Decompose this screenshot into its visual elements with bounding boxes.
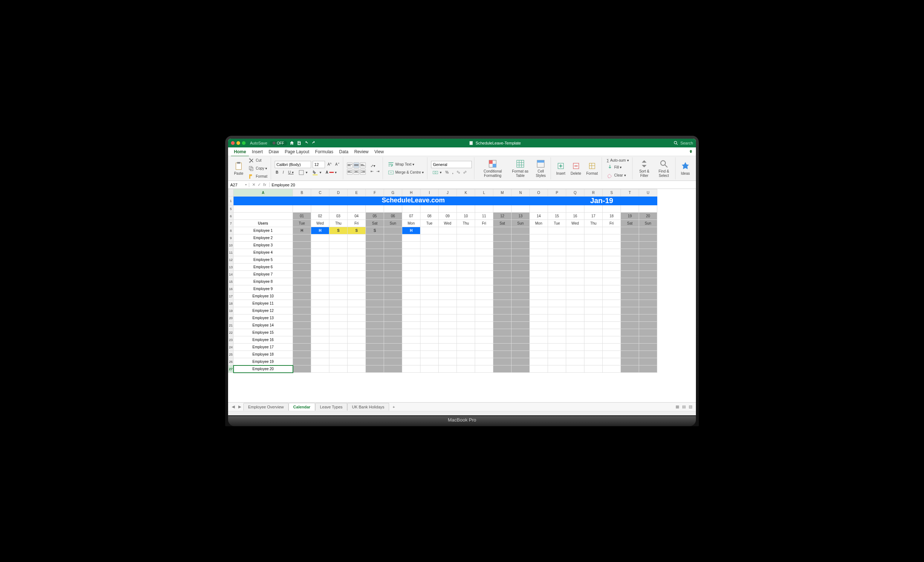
row-header[interactable]: 10 — [228, 242, 234, 249]
leave-cell[interactable] — [348, 358, 366, 365]
ideas-button[interactable]: Ideas — [679, 160, 692, 176]
leave-cell[interactable] — [384, 235, 402, 242]
leave-cell[interactable] — [329, 336, 348, 344]
autosum-button[interactable]: ∑ Auto-sum ▾ — [606, 158, 630, 163]
leave-cell[interactable] — [584, 263, 603, 271]
leave-cell[interactable] — [584, 256, 603, 263]
leave-cell[interactable] — [621, 336, 639, 344]
leave-cell[interactable] — [475, 322, 494, 329]
leave-cell[interactable] — [420, 329, 439, 336]
leave-cell[interactable] — [548, 285, 566, 293]
date-cell[interactable]: 20 — [639, 212, 657, 220]
leave-cell[interactable] — [530, 263, 548, 271]
leave-cell[interactable] — [439, 300, 457, 307]
leave-cell[interactable] — [420, 293, 439, 300]
leave-cell[interactable] — [293, 278, 311, 285]
leave-cell[interactable] — [384, 322, 402, 329]
leave-cell[interactable] — [293, 329, 311, 336]
leave-cell[interactable] — [293, 358, 311, 365]
leave-cell[interactable] — [420, 263, 439, 271]
leave-cell[interactable] — [494, 293, 512, 300]
leave-cell[interactable] — [366, 314, 384, 322]
leave-cell[interactable] — [548, 300, 566, 307]
leave-cell[interactable] — [584, 249, 603, 256]
row-header[interactable]: 6 — [228, 212, 234, 220]
date-cell[interactable]: 14 — [530, 212, 548, 220]
leave-cell[interactable] — [439, 293, 457, 300]
leave-cell[interactable] — [329, 263, 348, 271]
leave-cell[interactable] — [311, 336, 329, 344]
sort-filter-button[interactable]: Sort & Filter — [636, 158, 652, 179]
paste-button[interactable]: Paste — [232, 160, 245, 176]
date-cell[interactable]: 04 — [348, 212, 366, 220]
leave-cell[interactable] — [512, 249, 530, 256]
leave-cell[interactable] — [457, 293, 475, 300]
leave-cell[interactable] — [384, 307, 402, 314]
leave-cell[interactable] — [439, 365, 457, 373]
leave-cell[interactable] — [439, 242, 457, 249]
leave-cell[interactable] — [512, 307, 530, 314]
leave-cell[interactable] — [548, 293, 566, 300]
window-minimize-icon[interactable] — [237, 141, 240, 145]
leave-cell[interactable] — [293, 365, 311, 373]
leave-cell[interactable] — [639, 322, 657, 329]
leave-cell[interactable] — [348, 365, 366, 373]
leave-cell[interactable] — [530, 314, 548, 322]
autosave-toggle[interactable]: OFF — [270, 141, 287, 146]
normal-view-icon[interactable]: ▦ — [675, 404, 679, 409]
leave-cell[interactable] — [420, 322, 439, 329]
leave-cell[interactable] — [420, 314, 439, 322]
employee-name-cell[interactable]: Employee 3 — [234, 242, 293, 249]
leave-cell[interactable] — [293, 256, 311, 263]
leave-cell[interactable] — [311, 307, 329, 314]
leave-cell[interactable] — [366, 249, 384, 256]
leave-cell[interactable] — [512, 314, 530, 322]
leave-cell[interactable] — [548, 358, 566, 365]
employee-name-cell[interactable]: Employee 15 — [234, 329, 293, 336]
row-header[interactable]: 5 — [228, 205, 234, 212]
leave-cell[interactable] — [475, 235, 494, 242]
leave-cell[interactable]: H — [293, 227, 311, 235]
column-header[interactable]: S — [603, 189, 621, 197]
leave-cell[interactable] — [621, 256, 639, 263]
leave-cell[interactable] — [293, 293, 311, 300]
leave-cell[interactable] — [548, 256, 566, 263]
leave-cell[interactable] — [366, 365, 384, 373]
leave-cell[interactable] — [311, 256, 329, 263]
leave-cell[interactable] — [311, 300, 329, 307]
leave-cell[interactable] — [512, 329, 530, 336]
leave-cell[interactable] — [311, 351, 329, 358]
leave-cell[interactable] — [512, 322, 530, 329]
employee-name-cell[interactable]: Employee 13 — [234, 314, 293, 322]
leave-cell[interactable] — [530, 344, 548, 351]
leave-cell[interactable] — [603, 322, 621, 329]
leave-cell[interactable] — [329, 249, 348, 256]
search-label[interactable]: Search — [680, 141, 693, 145]
leave-cell[interactable] — [311, 344, 329, 351]
column-header[interactable]: K — [457, 189, 475, 197]
leave-cell[interactable] — [603, 358, 621, 365]
leave-cell[interactable] — [311, 322, 329, 329]
leave-cell[interactable] — [548, 351, 566, 358]
leave-cell[interactable] — [494, 227, 512, 235]
leave-cell[interactable] — [311, 293, 329, 300]
leave-cell[interactable] — [329, 314, 348, 322]
leave-cell[interactable] — [366, 293, 384, 300]
column-header[interactable]: D — [329, 189, 348, 197]
leave-cell[interactable] — [494, 235, 512, 242]
leave-cell[interactable] — [548, 307, 566, 314]
leave-cell[interactable] — [584, 358, 603, 365]
leave-cell[interactable] — [348, 336, 366, 344]
leave-cell[interactable]: S — [348, 227, 366, 235]
leave-cell[interactable] — [402, 307, 420, 314]
leave-cell[interactable] — [566, 263, 584, 271]
employee-name-cell[interactable]: Employee 9 — [234, 285, 293, 293]
leave-cell[interactable] — [566, 307, 584, 314]
date-cell[interactable]: 01 — [293, 212, 311, 220]
leave-cell[interactable] — [293, 249, 311, 256]
leave-cell[interactable] — [348, 329, 366, 336]
leave-cell[interactable] — [548, 249, 566, 256]
day-cell[interactable]: Sat — [494, 220, 512, 227]
column-header[interactable]: L — [475, 189, 494, 197]
leave-cell[interactable] — [584, 271, 603, 278]
